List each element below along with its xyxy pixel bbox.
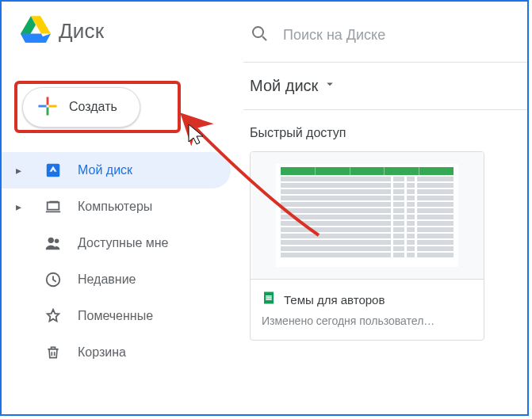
nav-list: ▸ Мой диск ▸ Компьютеры Доступные мне [2,152,243,371]
svg-rect-2 [38,105,46,107]
create-button[interactable]: Создать [22,87,140,128]
search-placeholder: Поиск на Диске [283,27,385,44]
sidebar-item-label: Недавние [78,272,136,287]
create-highlight-box: Создать [14,81,181,133]
quick-access-card[interactable]: Темы для авторов Изменено сегодня пользо… [250,151,484,341]
sidebar: Диск Создать ▸ [2,2,243,414]
current-folder-label: Мой диск [250,77,318,95]
shared-icon [43,234,63,252]
sidebar-item-label: Помеченные [78,309,153,323]
quick-access-heading: Быстрый доступ [243,110,527,151]
sidebar-item-label: Доступные мне [78,236,169,250]
current-folder-dropdown[interactable]: Мой диск [243,63,527,110]
expand-arrow-icon[interactable]: ▸ [16,164,29,177]
sidebar-item-trash[interactable]: Корзина [2,334,231,371]
sheets-icon [262,291,276,308]
svg-point-7 [253,27,263,37]
sheet-header-icon [281,167,454,175]
plus-icon [37,96,58,119]
card-meta: Темы для авторов Изменено сегодня пользо… [251,279,484,340]
card-thumbnail [251,152,484,279]
create-button-label: Создать [69,100,117,114]
svg-rect-0 [47,97,49,105]
card-title: Темы для авторов [284,293,385,307]
svg-point-4 [48,238,54,243]
main-panel: Поиск на Диске Мой диск Быстрый доступ [243,2,527,414]
sidebar-item-label: Корзина [78,345,126,360]
sidebar-item-shared[interactable]: Доступные мне [2,225,231,261]
sidebar-item-recent[interactable]: Недавние [2,261,231,298]
expand-arrow-icon[interactable]: ▸ [16,200,29,213]
drive-logo-icon [21,16,51,46]
svg-rect-3 [48,105,56,107]
computers-icon [43,198,63,215]
card-subtitle: Изменено сегодня пользовател… [262,314,473,327]
sidebar-item-computers[interactable]: ▸ Компьютеры [2,189,231,225]
sidebar-item-my-drive[interactable]: ▸ Мой диск [2,152,231,189]
chevron-down-icon [323,77,337,95]
sidebar-item-label: Компьютеры [78,200,152,214]
app-window: Диск Создать ▸ [0,0,529,416]
my-drive-icon [43,162,63,179]
search-bar[interactable]: Поиск на Диске [243,14,527,63]
sidebar-item-starred[interactable]: Помеченные [2,298,231,334]
trash-icon [43,344,63,361]
star-icon [43,307,63,325]
brand-title: Диск [59,19,104,44]
recent-icon [43,271,63,288]
svg-point-5 [55,239,59,244]
sidebar-item-label: Мой диск [78,163,132,177]
svg-rect-1 [47,107,49,115]
search-icon [250,24,269,46]
brand-row: Диск [2,16,243,46]
